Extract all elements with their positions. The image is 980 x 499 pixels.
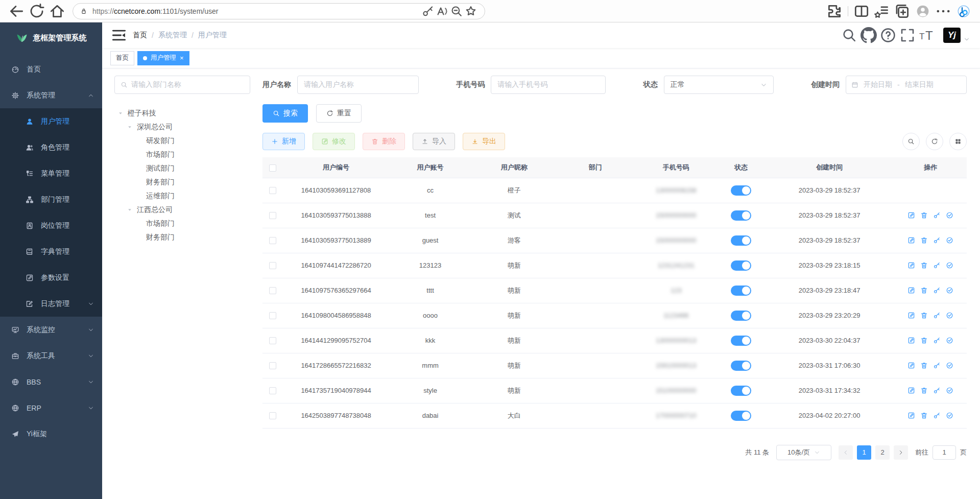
toolbar-grid-icon[interactable] xyxy=(949,133,967,150)
导出-button[interactable]: 导出 xyxy=(463,133,505,150)
new-tab-group-icon[interactable] xyxy=(893,3,912,20)
key-icon[interactable] xyxy=(933,211,941,219)
page-button-1[interactable]: 1 xyxy=(857,445,871,460)
tree-node-深圳总公司[interactable]: 深圳总公司 xyxy=(114,120,250,134)
toolbar-search-icon[interactable] xyxy=(902,133,920,150)
delete-icon[interactable] xyxy=(920,262,928,269)
tree-node-橙子科技[interactable]: 橙子科技 xyxy=(114,106,250,120)
edit-icon[interactable] xyxy=(907,262,915,269)
sidebar-item-ERP[interactable]: ERP xyxy=(0,395,102,421)
home-icon[interactable] xyxy=(48,3,66,20)
check-circle-icon[interactable] xyxy=(946,362,953,369)
back-icon[interactable] xyxy=(7,3,26,20)
sidebar-item-系统管理[interactable]: 系统管理 xyxy=(0,82,102,108)
delete-icon[interactable] xyxy=(920,412,928,419)
copilot-icon[interactable] xyxy=(954,3,973,20)
status-toggle[interactable] xyxy=(731,260,751,271)
sidebar-item-参数设置[interactable]: 参数设置 xyxy=(0,265,102,291)
tree-node-财务部门[interactable]: 财务部门 xyxy=(114,175,250,189)
tree-node-研发部门[interactable]: 研发部门 xyxy=(114,134,250,148)
user-avatar-logo[interactable]: Yj xyxy=(943,28,961,43)
edit-icon[interactable] xyxy=(907,211,915,219)
edit-icon[interactable] xyxy=(907,362,915,369)
edit-icon[interactable] xyxy=(907,337,915,344)
edit-icon[interactable] xyxy=(907,387,915,394)
tab-首页[interactable]: 首页 xyxy=(110,51,134,65)
read-aloud-icon[interactable] xyxy=(436,5,449,18)
app-logo[interactable]: 意框架管理系统 xyxy=(0,22,102,53)
key-icon[interactable] xyxy=(933,262,941,269)
status-toggle[interactable] xyxy=(731,286,751,296)
status-toggle[interactable] xyxy=(731,235,751,246)
goto-page-input[interactable]: 1 xyxy=(933,445,956,460)
sidebar-item-角色管理[interactable]: 角色管理 xyxy=(0,134,102,160)
status-toggle[interactable] xyxy=(731,336,751,346)
zoom-out-icon[interactable] xyxy=(450,5,463,18)
sidebar-item-系统监控[interactable]: 系统监控 xyxy=(0,317,102,343)
fullscreen-icon[interactable] xyxy=(899,27,916,43)
date-range-picker[interactable]: 开始日期 - 结束日期 xyxy=(846,76,967,94)
delete-icon[interactable] xyxy=(920,387,928,394)
check-circle-icon[interactable] xyxy=(946,211,953,219)
status-select[interactable]: 正常 xyxy=(664,76,774,94)
sidebar-item-用户管理[interactable]: 用户管理 xyxy=(0,108,102,134)
split-screen-icon[interactable] xyxy=(852,3,871,20)
row-checkbox[interactable] xyxy=(269,387,276,394)
row-checkbox[interactable] xyxy=(269,212,276,219)
address-bar[interactable]: https://ccnetcore.com:1101/system/user xyxy=(73,3,485,19)
tree-node-市场部门[interactable]: 市场部门 xyxy=(114,148,250,161)
tree-node-测试部门[interactable]: 测试部门 xyxy=(114,161,250,175)
search-icon[interactable] xyxy=(841,27,857,43)
toolbar-refresh-icon[interactable] xyxy=(926,133,943,150)
key-icon[interactable] xyxy=(421,5,435,18)
status-toggle[interactable] xyxy=(731,311,751,321)
edit-icon[interactable] xyxy=(907,236,915,244)
tab-用户管理[interactable]: 用户管理× xyxy=(137,51,189,65)
check-circle-icon[interactable] xyxy=(946,287,953,294)
delete-icon[interactable] xyxy=(920,337,928,344)
sidebar-item-系统工具[interactable]: 系统工具 xyxy=(0,343,102,369)
check-circle-icon[interactable] xyxy=(946,387,953,394)
page-size-select[interactable]: 10条/页 xyxy=(776,445,831,460)
breadcrumb-item[interactable]: 用户管理 xyxy=(198,31,227,40)
breadcrumb-item[interactable]: 首页 xyxy=(133,31,147,40)
prev-page-button[interactable] xyxy=(839,445,853,460)
reset-button[interactable]: 重置 xyxy=(316,104,362,123)
key-icon[interactable] xyxy=(933,337,941,344)
search-button[interactable]: 搜索 xyxy=(262,104,308,123)
key-icon[interactable] xyxy=(933,387,941,394)
more-icon[interactable] xyxy=(934,3,952,20)
check-circle-icon[interactable] xyxy=(946,412,953,419)
collections-icon[interactable] xyxy=(873,3,891,20)
tab-close-icon[interactable]: × xyxy=(180,55,184,61)
delete-icon[interactable] xyxy=(920,362,928,369)
key-icon[interactable] xyxy=(933,312,941,319)
key-icon[interactable] xyxy=(933,287,941,294)
check-circle-icon[interactable] xyxy=(946,337,953,344)
sidebar-collapse-icon[interactable] xyxy=(110,27,128,44)
新增-button[interactable]: 新增 xyxy=(262,133,305,150)
sidebar-item-菜单管理[interactable]: 菜单管理 xyxy=(0,160,102,186)
status-toggle[interactable] xyxy=(731,185,751,196)
check-circle-icon[interactable] xyxy=(946,236,953,244)
sidebar-item-岗位管理[interactable]: 岗位管理 xyxy=(0,212,102,239)
edit-icon[interactable] xyxy=(907,412,915,419)
key-icon[interactable] xyxy=(933,362,941,369)
delete-icon[interactable] xyxy=(920,236,928,244)
breadcrumb-item[interactable]: 系统管理 xyxy=(158,31,187,40)
refresh-icon[interactable] xyxy=(28,3,46,20)
sidebar-item-Yi框架[interactable]: Yi框架 xyxy=(0,421,102,447)
extensions-icon[interactable] xyxy=(825,3,844,20)
font-size-icon[interactable]: TT xyxy=(919,27,935,43)
check-circle-icon[interactable] xyxy=(946,312,953,319)
修改-button[interactable]: 修改 xyxy=(313,133,355,150)
sidebar-item-字典管理[interactable]: 字典管理 xyxy=(0,239,102,265)
favorite-add-icon[interactable] xyxy=(464,5,477,18)
status-toggle[interactable] xyxy=(731,361,751,371)
sidebar-item-首页[interactable]: 首页 xyxy=(0,56,102,82)
status-toggle[interactable] xyxy=(731,411,751,421)
row-checkbox[interactable] xyxy=(269,312,276,319)
删除-button[interactable]: 删除 xyxy=(363,133,405,150)
tree-node-财务部门[interactable]: 财务部门 xyxy=(114,230,250,244)
delete-icon[interactable] xyxy=(920,287,928,294)
